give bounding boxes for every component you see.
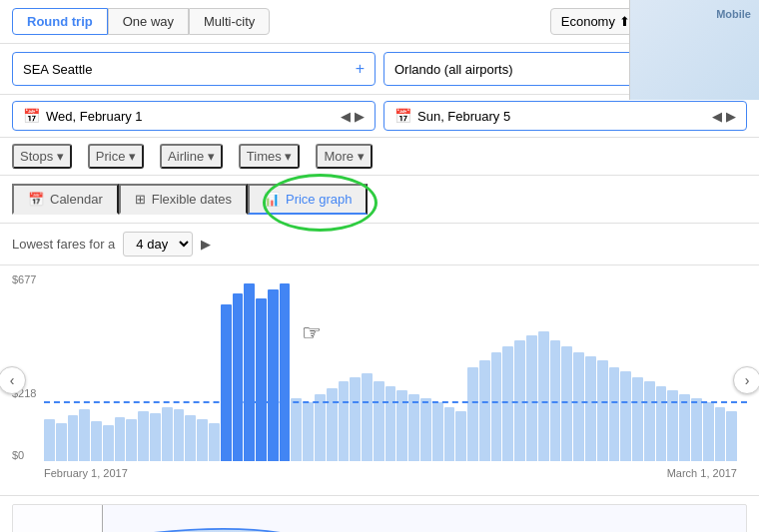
- bar-item[interactable]: [56, 423, 67, 461]
- bar-item[interactable]: [327, 388, 338, 461]
- bar-item[interactable]: [538, 331, 549, 461]
- map-area: Mobile: [629, 0, 759, 100]
- bar-item[interactable]: [185, 415, 196, 461]
- bar-item[interactable]: [715, 407, 726, 461]
- bar-item[interactable]: [679, 394, 690, 461]
- bar-item[interactable]: [44, 419, 55, 461]
- date-labels: February 1, 2017 March 1, 2017: [44, 467, 737, 479]
- bar-item[interactable]: [221, 304, 232, 461]
- bar-item[interactable]: [162, 407, 173, 461]
- flexible-dates-icon: ⊞: [135, 192, 146, 207]
- origin-field[interactable]: SEA Seattle +: [12, 52, 376, 86]
- bars-wrapper: [44, 283, 737, 461]
- calendar-tab[interactable]: 📅 Calendar: [12, 184, 119, 215]
- return-next-arrow[interactable]: ▶: [726, 109, 736, 124]
- bar-item[interactable]: [467, 367, 478, 461]
- bar-item[interactable]: [174, 409, 185, 461]
- price-high-label: $677: [12, 273, 36, 285]
- flexible-dates-tab[interactable]: ⊞ Flexible dates: [119, 184, 248, 215]
- round-trip-button[interactable]: Round trip: [12, 8, 108, 35]
- mini-chart-svg: [13, 505, 746, 532]
- chart-area: ‹ › $677 $218 $0 February 1, 2017 March …: [0, 266, 759, 495]
- bar-item[interactable]: [115, 417, 126, 461]
- view-bar: 📅 Calendar ⊞ Flexible dates 📊 Price grap…: [0, 176, 759, 224]
- bar-item[interactable]: [79, 409, 90, 461]
- lowest-fares-label: Lowest fares for a: [12, 237, 115, 252]
- bar-item[interactable]: [691, 398, 702, 461]
- bar-item[interactable]: [561, 346, 572, 461]
- chart-next-arrow[interactable]: ›: [733, 366, 759, 394]
- day-select[interactable]: 4 day: [123, 232, 193, 257]
- more-filter[interactable]: More ▾: [316, 144, 372, 169]
- mini-highlight-region: ◁▷: [13, 505, 103, 532]
- bar-item[interactable]: [385, 386, 396, 461]
- bar-item[interactable]: [268, 289, 279, 461]
- destination-text: Orlando (all airports): [394, 62, 513, 77]
- lowest-fares-bar: Lowest fares for a 4 day ▶: [0, 224, 759, 266]
- bar-item[interactable]: [620, 371, 631, 461]
- bar-item[interactable]: [103, 425, 114, 461]
- bar-item[interactable]: [291, 398, 302, 461]
- bar-item[interactable]: [703, 402, 714, 461]
- bar-item[interactable]: [244, 283, 255, 461]
- bar-item[interactable]: [526, 335, 537, 461]
- bar-item[interactable]: [315, 394, 326, 461]
- bar-item[interactable]: [479, 360, 490, 461]
- fares-next-arrow[interactable]: ▶: [201, 237, 211, 252]
- bar-item[interactable]: [408, 394, 419, 461]
- bar-item[interactable]: [256, 298, 267, 461]
- bar-item[interactable]: [209, 423, 220, 461]
- mini-chart-container[interactable]: ◁▷ Feb 2017 Apr 2017 Jun 2017 Aug 2017 O…: [12, 504, 747, 532]
- bar-item[interactable]: [303, 402, 314, 461]
- bar-item[interactable]: [585, 356, 596, 461]
- bar-item[interactable]: [362, 373, 373, 461]
- depart-prev-arrow[interactable]: ◀: [341, 109, 351, 124]
- depart-cal-icon: 📅: [23, 108, 40, 124]
- cabin-class-label: Economy: [561, 14, 615, 29]
- return-prev-arrow[interactable]: ◀: [712, 109, 722, 124]
- bar-item[interactable]: [502, 346, 513, 461]
- stops-filter[interactable]: Stops ▾: [12, 144, 72, 169]
- bar-item[interactable]: [432, 402, 443, 461]
- bar-item[interactable]: [573, 352, 584, 461]
- bar-item[interactable]: [656, 386, 667, 461]
- depart-date-field[interactable]: 📅 Wed, February 1 ◀ ▶: [12, 101, 376, 131]
- filters-bar: Stops ▾ Price ▾ Airline ▾ Times ▾ More ▾: [0, 138, 759, 176]
- bar-item[interactable]: [632, 377, 643, 461]
- price-graph-tab[interactable]: 📊 Price graph: [248, 184, 368, 215]
- bar-item[interactable]: [374, 381, 384, 461]
- one-way-button[interactable]: One way: [108, 8, 189, 35]
- origin-add-icon: +: [356, 60, 365, 78]
- airline-filter[interactable]: Airline ▾: [160, 144, 223, 169]
- bar-item[interactable]: [339, 381, 350, 461]
- bar-item[interactable]: [444, 407, 455, 461]
- bar-item[interactable]: [455, 411, 466, 461]
- calendar-icon: 📅: [28, 192, 44, 207]
- bar-item[interactable]: [197, 419, 208, 461]
- price-reference-line: [44, 401, 747, 403]
- bar-item[interactable]: [726, 411, 737, 461]
- price-filter[interactable]: Price ▾: [88, 144, 144, 169]
- multi-city-button[interactable]: Multi-city: [189, 8, 270, 35]
- bar-item[interactable]: [91, 421, 102, 461]
- origin-text: SEA Seattle: [23, 62, 92, 77]
- price-low-label: $0: [12, 449, 24, 461]
- times-filter[interactable]: Times ▾: [239, 144, 301, 169]
- depart-next-arrow[interactable]: ▶: [355, 109, 365, 124]
- bar-item[interactable]: [420, 398, 431, 461]
- bar-item[interactable]: [644, 381, 655, 461]
- date-bar: 📅 Wed, February 1 ◀ ▶ 📅 Sun, February 5 …: [0, 95, 759, 138]
- price-graph-tab-label: Price graph: [286, 192, 352, 207]
- bar-item[interactable]: [233, 293, 244, 461]
- bar-item[interactable]: [597, 360, 608, 461]
- bar-item[interactable]: [491, 352, 502, 461]
- bar-item[interactable]: [138, 411, 149, 461]
- bar-item[interactable]: [609, 367, 620, 461]
- bar-item[interactable]: [280, 283, 291, 461]
- bar-item[interactable]: [68, 415, 79, 461]
- bar-item[interactable]: [126, 419, 137, 461]
- bar-item[interactable]: [150, 413, 161, 461]
- calendar-tab-label: Calendar: [50, 192, 103, 207]
- bar-item[interactable]: [350, 377, 361, 461]
- return-date-field[interactable]: 📅 Sun, February 5 ◀ ▶: [383, 101, 747, 131]
